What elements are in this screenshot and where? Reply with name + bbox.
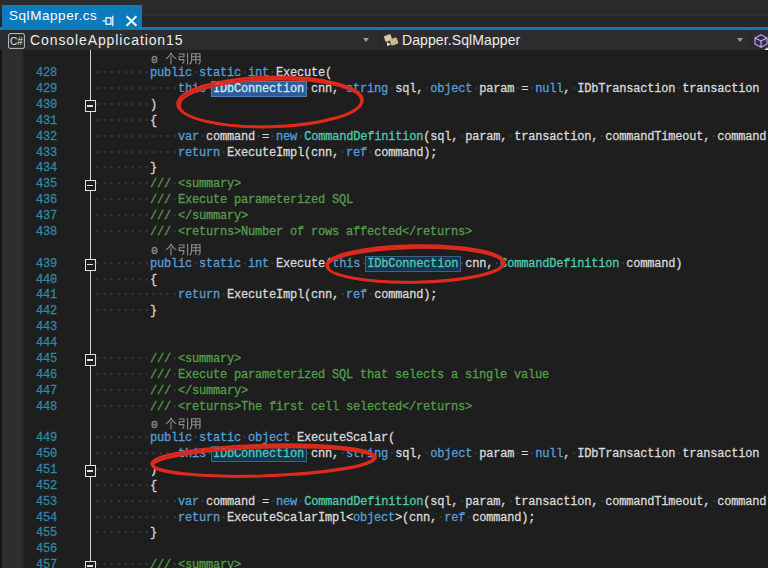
svg-text:C#: C# — [10, 35, 23, 46]
